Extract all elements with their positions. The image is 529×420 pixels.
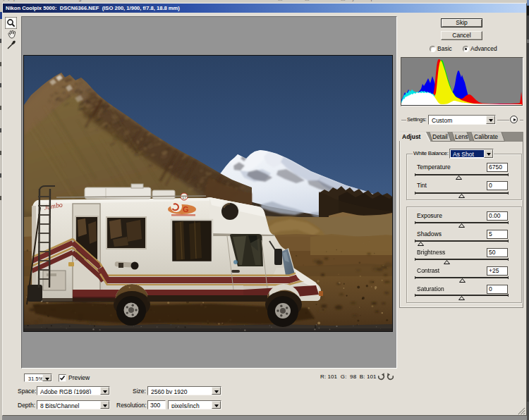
svg-text:Detail: Detail: [432, 133, 448, 140]
svg-text:Adjust: Adjust: [402, 133, 421, 140]
svg-text:Lens: Lens: [455, 133, 468, 140]
svg-text:Calibrate: Calibrate: [474, 133, 498, 140]
svg-text:G: G: [183, 205, 189, 214]
svg-text:17: 17: [182, 195, 186, 199]
